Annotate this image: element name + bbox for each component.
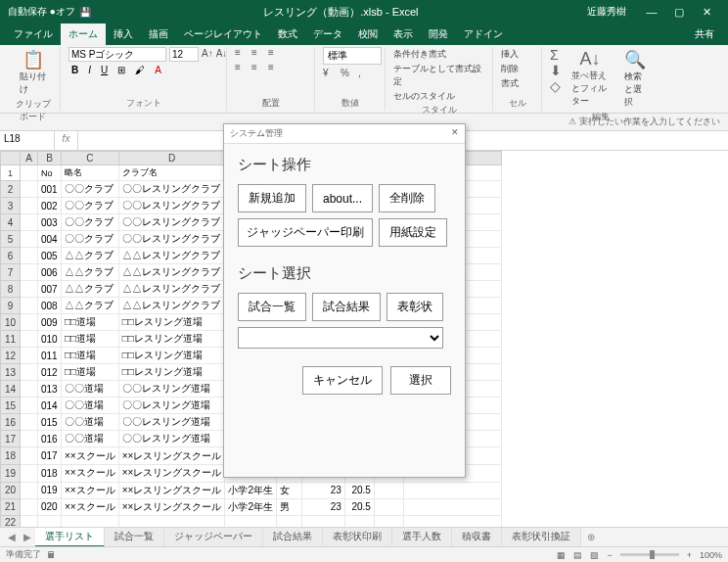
fill-color-button[interactable]: 🖌 [132,64,148,76]
row-header[interactable]: 19 [1,465,21,483]
row-header[interactable]: 3 [1,198,21,214]
align-left-icon[interactable]: ≡ [235,62,249,75]
cell-styles-button[interactable]: セルのスタイル [393,89,484,104]
close-button[interactable]: ✕ [693,6,720,19]
row-header[interactable]: 18 [1,447,21,465]
calc-icon[interactable]: 🖩 [47,550,56,560]
row-header[interactable]: 4 [1,214,21,231]
sheet-nav-next-icon[interactable]: ▶ [20,532,35,542]
sheet-tab[interactable]: 試合結果 [263,528,323,547]
match-list-button[interactable]: 試合一覧 [238,293,306,321]
col-header-B[interactable]: B [38,152,62,165]
dialog-close-icon[interactable]: ✕ [451,127,459,140]
share-button[interactable]: 共有 [687,23,722,45]
qa-save-icon[interactable]: 💾 [79,7,91,18]
tab-dev[interactable]: 開発 [421,23,456,45]
zoom-level[interactable]: 100% [700,550,722,560]
sheet-tab[interactable]: 選手人数 [392,528,452,547]
fx-button[interactable]: fx [55,131,78,150]
view-layout-icon[interactable]: ▤ [573,550,582,560]
number-format-select[interactable]: 標準 [323,47,382,65]
row-header[interactable]: 16 [1,414,21,431]
percent-icon[interactable]: % [341,68,354,81]
sort-filter-button[interactable]: A↓並べ替えとフィルター [566,47,614,111]
table-row[interactable]: 21020××スクール××レスリングスクール小学2年生男2320.5 [1,498,502,515]
row-header[interactable]: 2 [1,181,21,198]
tab-addin[interactable]: アドイン [456,23,511,45]
border-button[interactable]: ⊞ [114,64,128,76]
sheet-select-dropdown[interactable] [238,327,443,349]
col-header-A[interactable]: A [21,152,38,165]
sheet-tab[interactable]: 表彰状印刷 [323,528,392,547]
maximize-button[interactable]: ▢ [665,6,693,19]
format-cells-button[interactable]: 書式 [501,76,533,91]
tab-file[interactable]: ファイル [6,23,61,45]
add-sheet-icon[interactable]: ⊕ [581,532,601,542]
sheet-tab[interactable]: 選手リスト [35,528,105,547]
zoom-slider[interactable] [620,553,679,556]
dec-font-icon[interactable]: A↓ [216,48,228,62]
tab-view[interactable]: 表示 [386,23,421,45]
row-header[interactable]: 14 [1,381,21,398]
fill-icon[interactable]: ⬇ [550,63,562,78]
row-header[interactable]: 17 [1,431,21,447]
italic-button[interactable]: I [85,64,94,76]
tab-data[interactable]: データ [305,23,350,45]
award-button[interactable]: 表彰状 [387,293,443,321]
inc-font-icon[interactable]: A↑ [202,48,213,62]
row-header[interactable]: 5 [1,231,21,248]
align-bot-icon[interactable]: ≡ [268,47,282,61]
view-normal-icon[interactable]: ▦ [557,550,566,560]
select-button[interactable]: 選択 [390,366,451,395]
about-button[interactable]: about... [312,184,373,212]
new-add-button[interactable]: 新規追加 [238,184,306,212]
cancel-button[interactable]: キャンセル [302,366,383,395]
autosum-icon[interactable]: Σ [550,47,562,63]
insert-cells-button[interactable]: 挿入 [501,47,533,62]
table-row[interactable]: 20019××スクール××レスリングスクール小学2年生女2320.5 [1,482,502,498]
row-header[interactable]: 15 [1,398,21,414]
row-header[interactable]: 11 [1,331,21,348]
align-top-icon[interactable]: ≡ [235,47,249,61]
sheet-tab[interactable]: ジャッジペーパー [164,528,263,547]
align-right-icon[interactable]: ≡ [268,62,282,75]
tab-review[interactable]: 校閲 [350,23,386,45]
row-header[interactable]: 13 [1,364,21,381]
sheet-tab[interactable]: 表彰状引換証 [502,528,581,547]
row-header[interactable]: 20 [1,482,21,498]
zoom-out-icon[interactable]: − [607,550,612,560]
conditional-format-button[interactable]: 条件付き書式 [393,47,484,62]
user-name[interactable]: 近藤秀樹 [587,5,626,19]
row-header[interactable]: 8 [1,281,21,298]
zoom-in-icon[interactable]: + [687,550,692,560]
tab-insert[interactable]: 挿入 [106,23,141,45]
row-header[interactable]: 10 [1,314,21,331]
sheet-tab[interactable]: 積収書 [452,528,502,547]
row-header[interactable]: 21 [1,498,21,515]
match-result-button[interactable]: 試合結果 [312,293,381,321]
tab-layout[interactable]: ページレイアウト [176,23,270,45]
col-header-C[interactable]: C [62,152,119,165]
tab-home[interactable]: ホーム [61,23,106,45]
font-size-select[interactable] [169,47,199,62]
currency-icon[interactable]: ¥ [323,68,337,81]
bold-button[interactable]: B [68,64,81,76]
row-header[interactable]: 7 [1,264,21,281]
tab-draw[interactable]: 描画 [141,23,176,45]
row-header[interactable]: 9 [1,298,21,314]
sheet-tab[interactable]: 試合一覧 [105,528,164,547]
comma-icon[interactable]: , [358,68,372,81]
delete-cells-button[interactable]: 削除 [501,62,533,76]
row-header[interactable]: 12 [1,348,21,364]
col-header-D[interactable]: D [118,152,225,165]
name-box[interactable]: L18 [0,131,55,150]
view-break-icon[interactable]: ▧ [590,550,599,560]
align-mid-icon[interactable]: ≡ [251,47,265,61]
find-select-button[interactable]: 🔍検索と選択 [618,47,652,111]
align-center-icon[interactable]: ≡ [251,62,265,75]
tab-formulas[interactable]: 数式 [270,23,305,45]
sheet-nav-prev-icon[interactable]: ◀ [4,532,20,542]
delete-all-button[interactable]: 全削除 [379,184,435,212]
paper-settings-button[interactable]: 用紙設定 [379,218,447,247]
minimize-button[interactable]: — [638,6,665,18]
